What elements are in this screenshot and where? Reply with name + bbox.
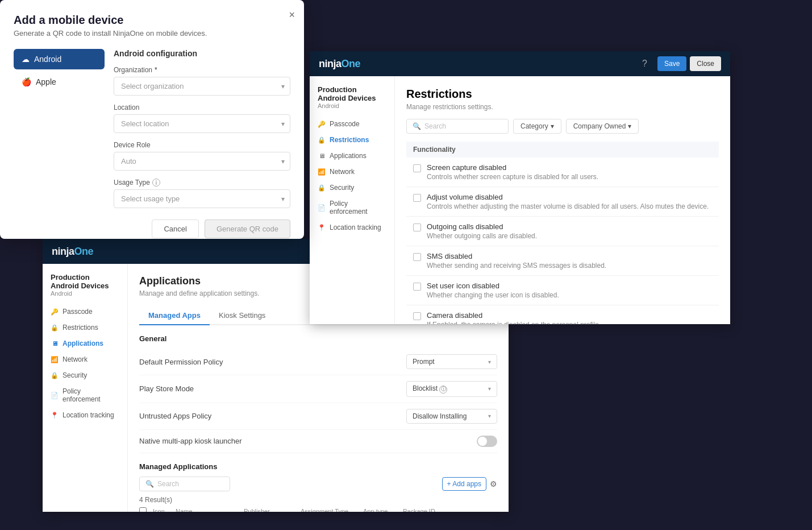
outgoing-calls-desc: Whether outgoing calls are disabled. [427,232,537,240]
kiosk-launcher-label: Native multi-app kiosk launcher [139,437,242,445]
restrictions-main-content: Restrictions Manage restrictions setting… [395,76,730,324]
sms-title: SMS disabled [427,252,606,260]
security-label-r: Security [330,184,354,192]
security-label: Security [63,371,87,379]
restrict-window-body: Production Android Devices Android 🔑 Pas… [310,76,730,324]
chevron-down-icon-2: ▾ [628,122,631,130]
screen-capture-title: Screen capture disabled [427,163,598,172]
nav-passcode[interactable]: 🔑 Passcode [43,304,127,320]
restrictions-label: Restrictions [63,324,98,332]
help-button-r[interactable]: ? [635,56,654,71]
nav-passcode-r[interactable]: 🔑 Passcode [310,116,394,132]
usage-type-label: Usage Type i [114,179,290,187]
user-icon-checkbox[interactable] [413,283,421,291]
cancel-button[interactable]: Cancel [152,220,198,238]
restriction-outgoing-calls: Outgoing calls disabled Whether outgoing… [406,217,719,246]
restrict-window-header: ninjaOne ? Save Close [310,51,730,76]
category-select[interactable]: Category ▾ [513,119,561,134]
nav-location[interactable]: 📍 Location tracking [43,407,127,423]
nav-security-r[interactable]: 🔒 Security [310,180,394,196]
chevron-down-icon: ▾ [551,122,554,130]
tab-managed-apps[interactable]: Managed Apps [139,307,210,325]
camera-desc: If Enabled, the camera is disabled on th… [427,321,601,324]
restriction-user-icon: Set user icon disabled Whether changing … [406,276,719,305]
camera-checkbox[interactable] [413,312,421,320]
modal-subtitle: Generate a QR code to install NinjaOne o… [14,29,290,38]
ninja-logo-r: ninjaOne [319,58,360,70]
restrictions-label-r: Restrictions [330,136,369,144]
company-owned-select[interactable]: Company Owned ▾ [566,119,639,134]
nav-network[interactable]: 📶 Network [43,351,127,367]
usage-type-info-icon[interactable]: i [152,179,160,187]
modal-close-button[interactable]: × [289,9,295,21]
device-role-select-wrapper: Auto [114,152,290,171]
kiosk-launcher-toggle[interactable] [477,436,497,447]
org-select-wrapper: Select organization [114,77,290,96]
nav-restrictions[interactable]: 🔒 Restrictions [43,320,127,336]
security-icon: 🔒 [51,372,59,379]
network-icon-r: 📶 [318,168,326,176]
nav-location-r[interactable]: 📍 Location tracking [310,220,394,235]
default-permission-label: Default Permission Policy [139,358,223,366]
restriction-screen-capture: Screen capture disabled Controls whether… [406,158,719,187]
location-select[interactable]: Select location [114,114,290,133]
sidebar-item-apple[interactable]: 🍎 Apple [14,72,105,92]
key-icon: 🔑 [51,308,59,316]
nav-network-r[interactable]: 📶 Network [310,164,394,180]
sidebar-item-android[interactable]: ☁ Android [14,49,105,69]
restrictions-title: Restrictions [406,88,719,101]
play-store-mode-select[interactable]: Blocklist ⓘ ▾ [406,381,497,397]
settings-icon[interactable]: ⚙ [490,479,497,488]
usage-type-select[interactable]: Select usage type [114,189,290,208]
untrusted-apps-select[interactable]: Disallow Installing ▾ [406,409,497,424]
select-all-checkbox[interactable] [139,507,147,512]
logo-ninja-text-r: ninja [319,58,342,70]
adjust-volume-checkbox[interactable] [413,194,421,202]
restrictions-window: ninjaOne ? Save Close Production Android… [310,51,730,324]
network-label-r: Network [330,168,355,176]
managed-apps-search[interactable]: 🔍 Search [139,477,230,491]
nav-security[interactable]: 🔒 Security [43,367,127,383]
close-button-r[interactable]: Close [690,56,721,71]
android-icon: ☁ [22,55,30,64]
org-label: Organization * [114,66,290,74]
save-button-r[interactable]: Save [657,56,686,71]
nav-applications-r[interactable]: 🖥 Applications [310,148,394,164]
generate-qr-button[interactable]: Generate QR code [205,220,290,238]
apple-icon: 🍎 [22,77,31,86]
device-role-label: Device Role [114,141,290,149]
default-permission-select[interactable]: Prompt ▾ [406,354,497,369]
blocklist-info-icon[interactable]: ⓘ [439,386,447,394]
sms-checkbox[interactable] [413,253,421,261]
add-mobile-device-modal: × Add a mobile device Generate a QR code… [0,0,304,239]
outgoing-calls-checkbox[interactable] [413,223,421,231]
nav-restrictions-r[interactable]: 🔒 Restrictions [310,132,394,148]
play-store-mode-row: Play Store Mode Blocklist ⓘ ▾ [139,375,497,403]
network-icon: 📶 [51,356,59,363]
device-role-group: Device Role Auto [114,141,290,171]
nav-policy[interactable]: 📄 Policy enforcement [43,383,127,407]
passcode-label-r: Passcode [330,120,360,128]
apps-left-nav: Production Android Devices Android 🔑 Pas… [43,264,128,512]
lock-icon: 🔒 [51,324,59,332]
nav-policy-r[interactable]: 📄 Policy enforcement [310,196,394,220]
passcode-label: Passcode [63,308,93,316]
device-role-select[interactable]: Auto [114,152,290,171]
nav-applications[interactable]: 🖥 Applications [43,336,127,351]
logo-ninja-text: ninja [52,246,74,258]
restrict-nav-header: Production Android Devices Android [310,85,394,116]
screen-capture-desc: Controls whether screen capture is disab… [427,173,598,181]
apps-nav-header: Production Android Devices Android [43,273,127,304]
config-title: Android configuration [114,49,290,58]
restrict-left-nav: Production Android Devices Android 🔑 Pas… [310,76,395,324]
outgoing-calls-title: Outgoing calls disabled [427,222,537,231]
tab-kiosk-settings[interactable]: Kiosk Settings [210,307,274,325]
restrict-nav-subtitle: Android [318,102,386,109]
screen-capture-checkbox[interactable] [413,164,421,172]
org-select[interactable]: Select organization [114,77,290,96]
restriction-sms: SMS disabled Whether sending and receivi… [406,246,719,276]
modal-title: Add a mobile device [14,14,290,27]
results-count: 4 Result(s) [139,496,497,504]
restrictions-search[interactable]: 🔍 Search [406,119,509,134]
add-apps-button[interactable]: + Add apps [442,477,486,491]
